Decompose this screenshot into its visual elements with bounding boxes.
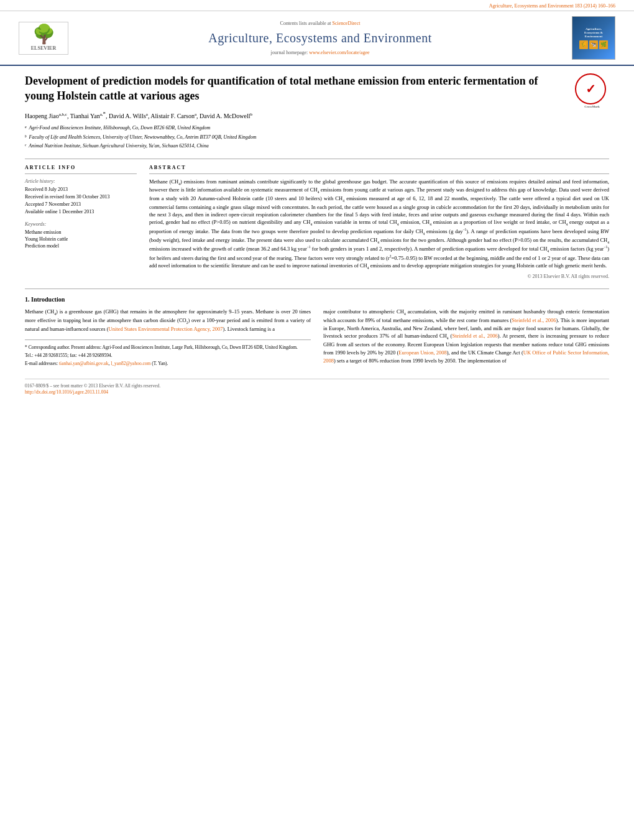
steinfeld-link-2[interactable]: Steinfeld et al., 2006 [452,333,497,339]
affil-line-a: a Agri-Food and Biosciences Institute, H… [25,124,609,133]
crossmark-icon: ✓ [575,73,606,104]
homepage-url[interactable]: www.elsevier.com/locate/agee [309,50,369,55]
intro-para-left: Methane (CH4) is a greenhouse gas (GHG) … [25,308,311,333]
abstract-label: ABSTRACT [149,164,609,173]
email-link-1[interactable]: tianhai.yan@afbini.gov.uk [59,361,109,366]
paper-title: Development of prediction models for qua… [25,73,609,104]
cover-box: Agriculture,Ecosystems &Environment 🌾 🐄 … [572,16,615,60]
journal-cover-image: Agriculture,Ecosystems &Environment 🌾 🐄 … [572,16,615,60]
accepted-date: Accepted 7 November 2013 [25,201,137,208]
body-right-col: major contributor to atmospheric CH4 acc… [323,308,609,369]
intro-heading: 1. Introduction [25,295,609,304]
doi-link[interactable]: http://dx.doi.org/10.1016/j.agee.2013.11… [25,389,108,395]
authors-line: Haopeng Jiaoa,b,c, Tianhai Yana,*, David… [25,110,609,121]
abstract-col: ABSTRACT Methane (CH4) emissions from ru… [149,164,609,279]
received-date: Received 8 July 2013 [25,186,137,193]
body-text: Methane (CH4) is a greenhouse gas (GHG) … [25,308,609,369]
crossmark: ✓ CrossMark [575,73,609,108]
article-info-col: ARTICLE INFO Article history: Received 8… [25,164,137,279]
page: Agriculture, Ecosystems and Environment … [0,0,634,840]
homepage-label: journal homepage: [271,50,308,55]
section-title: Introduction [31,296,65,303]
paper-title-text: Development of prediction models for qua… [25,75,538,102]
footnote-email-label: E-mail addresses: [25,361,58,366]
contents-available: Contents lists available at ScienceDirec… [68,20,572,27]
section-number: 1. [25,296,30,303]
footnote-email: E-mail addresses: tianhai.yan@afbini.gov… [25,360,311,367]
history-label: Article history: [25,178,137,185]
keyword-2: Young Holstein cattle [25,236,137,242]
journal-homepage: journal homepage: www.elsevier.com/locat… [68,49,572,56]
intro-para-right: major contributor to atmospheric CH4 acc… [323,308,609,365]
journal-header: 🌳 ELSEVIER Contents lists available at S… [0,11,634,66]
eu-link[interactable]: European Union, 2008 [398,349,446,356]
email-link-2[interactable]: l_yan82@yahoo.com [111,361,150,366]
article-info-label: ARTICLE INFO [25,164,137,173]
journal-name: Agriculture, Ecosystems and Environment [68,29,572,47]
sciencedirect-link[interactable]: ScienceDirect [333,21,361,26]
footnote-tel: Tel.: +44 28 92681555; fax: +44 28 92689… [25,352,311,359]
affiliations: a Agri-Food and Biosciences Institute, H… [25,124,609,151]
revised-date: Received in revised form 30 October 2013 [25,193,137,200]
footnote-star-text: Corresponding author. Present address: A… [29,344,298,350]
article-history: Article history: Received 8 July 2013 Re… [25,178,137,216]
footnote-email-person: (T. Yan). [152,361,168,366]
contents-label: Contents lists available at [280,21,331,26]
article-info-abstract: ARTICLE INFO Article history: Received 8… [25,164,609,279]
cover-icon-1: 🌾 [579,40,588,49]
footnote-area: * Corresponding author. Present address:… [25,339,311,367]
bottom-bar: 0167-8809/$ – see front matter © 2013 El… [25,379,609,396]
elsevier-logo: 🌳 ELSEVIER [19,22,68,55]
journal-top-bar: Agriculture, Ecosystems and Environment … [0,0,634,11]
affil-text-b: Faculty of Life and Health Sciences, Uni… [29,134,257,142]
journal-citation: Agriculture, Ecosystems and Environment … [489,3,615,9]
footnote-star: * Corresponding author. Present address:… [25,344,311,351]
uk-link[interactable]: UK Office of Public Sector Information, … [323,349,609,364]
affil-sup-c: c [25,142,26,151]
cover-icon-3: 🌿 [599,40,608,49]
abstract-text: Methane (CH4) emissions from ruminant an… [149,178,609,270]
keywords-label: Keywords: [25,221,137,228]
steinfeld-link-1[interactable]: Steinfeld et al., 2006 [512,317,556,323]
journal-title-center: Contents lists available at ScienceDirec… [68,20,572,56]
elsevier-tree-icon: 🌳 [22,25,65,44]
affil-line-c: c Animal Nutrition Institute, Sichuan Ag… [25,142,609,151]
footnote-tel-text: Tel.: +44 28 92681555; fax: +44 28 92689… [25,353,113,358]
keywords-section: Keywords: Methane emission Young Holstei… [25,221,137,250]
keyword-1: Methane emission [25,229,137,236]
elsevier-label: ELSEVIER [22,45,65,52]
cover-icons: 🌾 🐄 🌿 [579,40,608,49]
online-date: Available online 1 December 2013 [25,208,137,215]
copyright: © 2013 Elsevier B.V. All rights reserved… [149,273,609,280]
crossmark-label: CrossMark [575,105,609,109]
affil-sup-b: b [25,134,27,142]
divider-2 [25,288,609,289]
affil-line-b: b Faculty of Life and Health Sciences, U… [25,134,609,142]
affil-text-c: Animal Nutrition Institute, Sichuan Agri… [29,142,209,151]
body-left-col: Methane (CH4) is a greenhouse gas (GHG) … [25,308,311,369]
affil-sup-a: a [25,124,27,133]
main-content: Development of prediction models for qua… [0,66,634,408]
issn-line: 0167-8809/$ – see front matter © 2013 El… [25,383,609,390]
affil-text-a: Agri-Food and Biosciences Institute, Hil… [29,124,211,133]
divider-1 [25,159,609,159]
epa-link[interactable]: United States Environmental Protection A… [109,326,223,332]
cover-icon-2: 🐄 [589,40,598,49]
doi-line: http://dx.doi.org/10.1016/j.agee.2013.11… [25,389,609,396]
keyword-3: Prediction model [25,242,137,249]
cover-title: Agriculture,Ecosystems &Environment [584,27,603,39]
